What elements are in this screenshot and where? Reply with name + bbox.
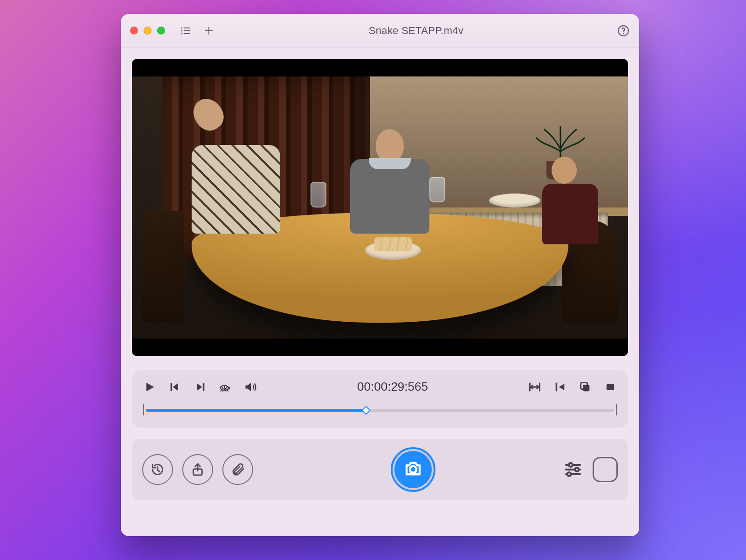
step-back-icon[interactable]: [168, 380, 181, 394]
zoom-window-button[interactable]: [157, 27, 165, 35]
svg-point-1: [181, 30, 183, 31]
playback-panel: 00:00:29:565: [132, 370, 628, 428]
window-title: Snake SETAPP.m4v: [215, 25, 617, 37]
svg-point-2: [181, 33, 183, 34]
letterbox-top: [132, 59, 628, 76]
history-button[interactable]: [142, 454, 173, 485]
timeline[interactable]: [143, 404, 617, 415]
plus-icon[interactable]: [202, 24, 215, 37]
timeline-thumb[interactable]: [361, 406, 371, 415]
svg-rect-10: [171, 383, 173, 390]
window-controls: [130, 27, 165, 35]
close-window-button[interactable]: [130, 27, 138, 35]
share-button[interactable]: [182, 454, 213, 485]
app-window: Snake SETAPP.m4v: [121, 14, 639, 536]
timeline-fill: [146, 409, 366, 412]
action-bar: [132, 439, 628, 500]
letterbox-bottom: [132, 339, 628, 356]
scene-person-center: [350, 129, 429, 234]
timeline-start-tick: [143, 404, 144, 415]
aspect-icon[interactable]: [604, 380, 617, 394]
svg-rect-16: [607, 384, 614, 390]
snapshot-button[interactable]: [391, 447, 435, 492]
playback-controls-right: [528, 380, 617, 394]
play-icon[interactable]: [143, 380, 156, 394]
minimize-window-button[interactable]: [144, 27, 152, 35]
svg-point-0: [181, 27, 183, 28]
turtle-icon[interactable]: [219, 380, 232, 394]
copy-icon[interactable]: [579, 380, 592, 394]
svg-point-24: [567, 472, 571, 476]
svg-point-18: [410, 466, 416, 473]
svg-rect-14: [583, 385, 589, 391]
scene-chair-left: [142, 211, 184, 323]
svg-point-22: [569, 463, 573, 467]
attach-button[interactable]: [222, 454, 253, 485]
svg-rect-11: [203, 383, 205, 390]
help-icon[interactable]: [617, 24, 630, 37]
svg-point-9: [623, 33, 624, 34]
timecode-display: 00:00:29:565: [257, 380, 528, 394]
titlebar: Snake SETAPP.m4v: [121, 14, 639, 48]
step-forward-icon[interactable]: [193, 380, 207, 394]
stop-rect-icon[interactable]: [593, 457, 618, 482]
svg-rect-13: [556, 382, 558, 391]
volume-icon[interactable]: [244, 380, 257, 394]
scene-person-left: [192, 117, 280, 234]
video-viewport[interactable]: [132, 59, 628, 356]
scene-person-right: [542, 157, 598, 244]
fit-width-icon[interactable]: [528, 380, 541, 394]
svg-point-23: [575, 468, 579, 471]
camera-icon: [403, 459, 423, 480]
sliders-icon[interactable]: [564, 460, 582, 479]
timeline-end-tick: [616, 404, 617, 415]
mark-in-icon[interactable]: [553, 380, 566, 394]
video-frame: [132, 76, 628, 339]
list-icon[interactable]: [179, 24, 192, 37]
playback-controls-left: [143, 380, 257, 394]
